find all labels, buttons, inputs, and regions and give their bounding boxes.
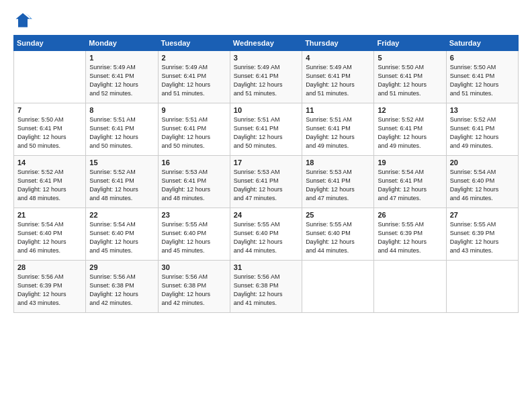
day-cell: 16Sunrise: 5:53 AM Sunset: 6:41 PM Dayli… — [158, 156, 230, 208]
day-number: 18 — [306, 158, 370, 167]
cell-info: Sunrise: 5:54 AM Sunset: 6:40 PM Dayligh… — [17, 220, 82, 255]
day-cell — [302, 261, 374, 313]
cell-info: Sunrise: 5:55 AM Sunset: 6:39 PM Dayligh… — [378, 220, 442, 255]
cell-info: Sunrise: 5:52 AM Sunset: 6:41 PM Dayligh… — [450, 116, 515, 150]
day-cell: 1Sunrise: 5:49 AM Sunset: 6:41 PM Daylig… — [86, 51, 158, 103]
day-number: 14 — [17, 158, 82, 167]
day-number: 10 — [234, 106, 298, 114]
cell-info: Sunrise: 5:52 AM Sunset: 6:41 PM Dayligh… — [378, 116, 442, 150]
day-number: 24 — [234, 211, 298, 219]
week-row-4: 21Sunrise: 5:54 AM Sunset: 6:40 PM Dayli… — [14, 208, 519, 261]
day-cell: 2Sunrise: 5:49 AM Sunset: 6:41 PM Daylig… — [158, 51, 230, 103]
cell-info: Sunrise: 5:54 AM Sunset: 6:41 PM Dayligh… — [378, 168, 442, 203]
cell-info: Sunrise: 5:52 AM Sunset: 6:41 PM Dayligh… — [89, 168, 154, 203]
cell-info: Sunrise: 5:52 AM Sunset: 6:41 PM Dayligh… — [17, 168, 82, 203]
day-number: 20 — [450, 158, 515, 167]
page-header — [13, 11, 519, 30]
day-cell: 7Sunrise: 5:50 AM Sunset: 6:41 PM Daylig… — [14, 103, 86, 156]
cell-info: Sunrise: 5:55 AM Sunset: 6:40 PM Dayligh… — [162, 220, 226, 255]
cell-info: Sunrise: 5:53 AM Sunset: 6:41 PM Dayligh… — [162, 168, 226, 203]
calendar-table: SundayMondayTuesdayWednesdayThursdayFrid… — [13, 35, 519, 313]
day-number: 26 — [378, 211, 442, 219]
day-number: 7 — [17, 106, 82, 114]
day-header-friday: Friday — [374, 36, 446, 51]
day-header-monday: Monday — [86, 36, 158, 51]
day-number: 11 — [306, 106, 370, 114]
day-cell: 30Sunrise: 5:56 AM Sunset: 6:38 PM Dayli… — [158, 261, 230, 313]
day-number: 2 — [162, 54, 226, 62]
day-cell: 3Sunrise: 5:49 AM Sunset: 6:41 PM Daylig… — [230, 51, 302, 103]
week-row-5: 28Sunrise: 5:56 AM Sunset: 6:39 PM Dayli… — [14, 261, 519, 313]
day-header-sunday: Sunday — [14, 36, 86, 51]
day-number: 30 — [162, 263, 226, 271]
days-header-row: SundayMondayTuesdayWednesdayThursdayFrid… — [14, 36, 519, 51]
day-cell — [14, 51, 86, 103]
day-header-thursday: Thursday — [302, 36, 374, 51]
day-number: 13 — [450, 106, 515, 114]
day-cell: 15Sunrise: 5:52 AM Sunset: 6:41 PM Dayli… — [86, 156, 158, 208]
day-number: 29 — [89, 263, 154, 271]
cell-info: Sunrise: 5:56 AM Sunset: 6:38 PM Dayligh… — [89, 273, 154, 308]
week-row-1: 1Sunrise: 5:49 AM Sunset: 6:41 PM Daylig… — [14, 51, 519, 103]
day-number: 23 — [162, 211, 226, 219]
day-number: 28 — [17, 263, 82, 271]
logo-icon — [13, 11, 32, 30]
day-cell: 31Sunrise: 5:56 AM Sunset: 6:38 PM Dayli… — [230, 261, 302, 313]
day-number: 27 — [450, 211, 515, 219]
cell-info: Sunrise: 5:55 AM Sunset: 6:39 PM Dayligh… — [450, 220, 515, 255]
calendar-page: SundayMondayTuesdayWednesdayThursdayFrid… — [0, 0, 532, 411]
day-cell: 21Sunrise: 5:54 AM Sunset: 6:40 PM Dayli… — [14, 208, 86, 261]
day-number: 17 — [234, 158, 298, 167]
cell-info: Sunrise: 5:53 AM Sunset: 6:41 PM Dayligh… — [306, 168, 370, 203]
cell-info: Sunrise: 5:49 AM Sunset: 6:41 PM Dayligh… — [306, 63, 370, 98]
cell-info: Sunrise: 5:56 AM Sunset: 6:38 PM Dayligh… — [234, 273, 298, 308]
cell-info: Sunrise: 5:51 AM Sunset: 6:41 PM Dayligh… — [306, 116, 370, 150]
cell-info: Sunrise: 5:51 AM Sunset: 6:41 PM Dayligh… — [162, 116, 226, 150]
day-number: 1 — [89, 54, 154, 62]
day-cell: 22Sunrise: 5:54 AM Sunset: 6:40 PM Dayli… — [86, 208, 158, 261]
day-number: 6 — [450, 54, 515, 62]
day-cell: 10Sunrise: 5:51 AM Sunset: 6:41 PM Dayli… — [230, 103, 302, 156]
day-number: 15 — [89, 158, 154, 167]
day-cell: 26Sunrise: 5:55 AM Sunset: 6:39 PM Dayli… — [374, 208, 446, 261]
day-number: 31 — [234, 263, 298, 271]
day-cell: 11Sunrise: 5:51 AM Sunset: 6:41 PM Dayli… — [302, 103, 374, 156]
week-row-3: 14Sunrise: 5:52 AM Sunset: 6:41 PM Dayli… — [14, 156, 519, 208]
day-cell: 28Sunrise: 5:56 AM Sunset: 6:39 PM Dayli… — [14, 261, 86, 313]
cell-info: Sunrise: 5:50 AM Sunset: 6:41 PM Dayligh… — [378, 63, 442, 98]
cell-info: Sunrise: 5:55 AM Sunset: 6:40 PM Dayligh… — [234, 220, 298, 255]
day-cell: 5Sunrise: 5:50 AM Sunset: 6:41 PM Daylig… — [374, 51, 446, 103]
day-number: 12 — [378, 106, 442, 114]
day-header-tuesday: Tuesday — [158, 36, 230, 51]
day-cell: 20Sunrise: 5:54 AM Sunset: 6:40 PM Dayli… — [446, 156, 518, 208]
day-cell: 14Sunrise: 5:52 AM Sunset: 6:41 PM Dayli… — [14, 156, 86, 208]
day-cell: 6Sunrise: 5:50 AM Sunset: 6:41 PM Daylig… — [446, 51, 518, 103]
day-cell: 25Sunrise: 5:55 AM Sunset: 6:40 PM Dayli… — [302, 208, 374, 261]
day-cell: 19Sunrise: 5:54 AM Sunset: 6:41 PM Dayli… — [374, 156, 446, 208]
day-cell: 17Sunrise: 5:53 AM Sunset: 6:41 PM Dayli… — [230, 156, 302, 208]
day-cell: 8Sunrise: 5:51 AM Sunset: 6:41 PM Daylig… — [86, 103, 158, 156]
day-cell: 18Sunrise: 5:53 AM Sunset: 6:41 PM Dayli… — [302, 156, 374, 208]
cell-info: Sunrise: 5:49 AM Sunset: 6:41 PM Dayligh… — [234, 63, 298, 98]
logo — [13, 11, 35, 30]
cell-info: Sunrise: 5:51 AM Sunset: 6:41 PM Dayligh… — [89, 116, 154, 150]
week-row-2: 7Sunrise: 5:50 AM Sunset: 6:41 PM Daylig… — [14, 103, 519, 156]
day-number: 8 — [89, 106, 154, 114]
day-cell: 27Sunrise: 5:55 AM Sunset: 6:39 PM Dayli… — [446, 208, 518, 261]
cell-info: Sunrise: 5:50 AM Sunset: 6:41 PM Dayligh… — [17, 116, 82, 150]
day-cell — [446, 261, 518, 313]
day-cell: 12Sunrise: 5:52 AM Sunset: 6:41 PM Dayli… — [374, 103, 446, 156]
cell-info: Sunrise: 5:53 AM Sunset: 6:41 PM Dayligh… — [234, 168, 298, 203]
day-number: 5 — [378, 54, 442, 62]
day-cell: 29Sunrise: 5:56 AM Sunset: 6:38 PM Dayli… — [86, 261, 158, 313]
day-number: 19 — [378, 158, 442, 167]
cell-info: Sunrise: 5:49 AM Sunset: 6:41 PM Dayligh… — [162, 63, 226, 98]
cell-info: Sunrise: 5:55 AM Sunset: 6:40 PM Dayligh… — [306, 220, 370, 255]
day-cell: 23Sunrise: 5:55 AM Sunset: 6:40 PM Dayli… — [158, 208, 230, 261]
day-number: 22 — [89, 211, 154, 219]
day-number: 16 — [162, 158, 226, 167]
day-number: 25 — [306, 211, 370, 219]
day-header-wednesday: Wednesday — [230, 36, 302, 51]
cell-info: Sunrise: 5:54 AM Sunset: 6:40 PM Dayligh… — [450, 168, 515, 203]
cell-info: Sunrise: 5:54 AM Sunset: 6:40 PM Dayligh… — [89, 220, 154, 255]
